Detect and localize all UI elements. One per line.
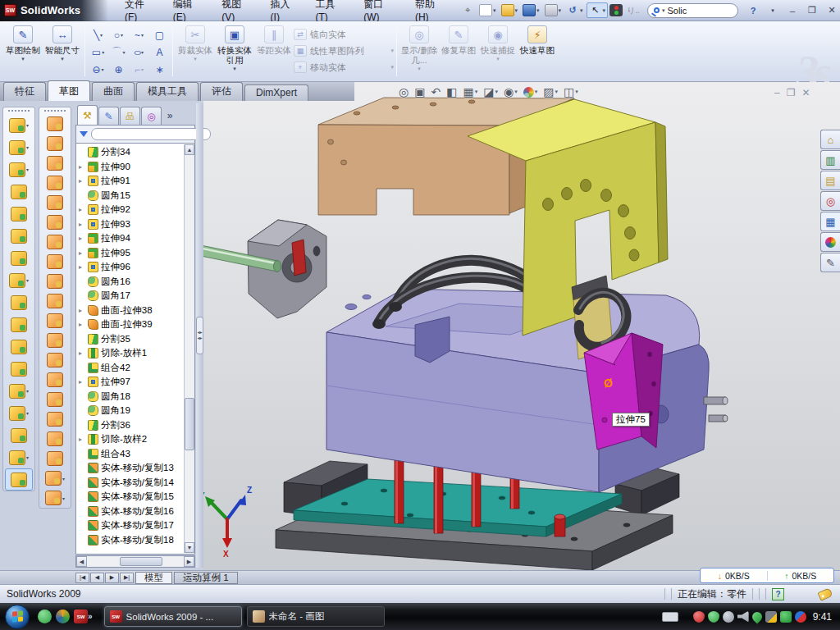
polygon-icon[interactable]: ⊕ ▾ — [108, 61, 129, 78]
dropdown-arrow-icon[interactable]: ▾ — [390, 48, 394, 54]
planar-surface-icon[interactable]: ▾ — [39, 232, 71, 252]
tree-filter-input[interactable] — [91, 128, 211, 140]
dropdown-arrow-icon[interactable]: ▾ — [141, 66, 144, 72]
tab-surfaces[interactable]: 曲面 — [92, 82, 135, 101]
feature-tree-item[interactable]: ▸ 拉伸95 — [76, 246, 194, 261]
toolbar-overflow-text[interactable]: り.. — [624, 5, 642, 16]
feature-tree-item[interactable]: ▸ 拉伸90 — [76, 160, 194, 175]
app-icon[interactable] — [56, 609, 70, 623]
feature-tree-item[interactable]: ▸ 圆角18 — [76, 390, 194, 404]
feature-tree-item[interactable]: ▸ 切除-放样1 — [76, 346, 194, 361]
help-button[interactable]: ? — [745, 3, 761, 17]
search-box[interactable]: ▾ Solic — [647, 3, 738, 18]
move-entities-button[interactable]: + 移动实体 ▾ — [294, 60, 394, 75]
design-library-icon[interactable]: ▥ — [820, 150, 840, 170]
reference-geometry-icon[interactable]: ▾ — [39, 468, 71, 488]
section-view-icon[interactable]: ◧ ▾ — [446, 85, 457, 98]
feature-tree-item[interactable]: ▸ 圆角16 — [76, 275, 194, 290]
dropdown-arrow-icon[interactable]: ▾ — [26, 122, 29, 128]
trim-entities-button[interactable]: ✂ 剪裁实体 ▾ — [176, 24, 215, 72]
untrim-surface-icon[interactable]: ▾ — [39, 331, 71, 350]
close-button[interactable]: ✕ — [824, 3, 840, 17]
dropdown-arrow-icon[interactable]: ▾ — [495, 89, 498, 95]
prev-tab-button[interactable]: ◀ — [90, 573, 104, 583]
thicken-icon[interactable]: ▾ — [39, 350, 71, 370]
next-tab-button[interactable]: ▶ — [105, 573, 119, 583]
dropdown-arrow-icon[interactable]: ▾ — [580, 7, 583, 14]
expand-arrow-icon[interactable]: ▸ — [79, 206, 85, 213]
radiate-surface-icon[interactable]: ▾ — [39, 272, 71, 291]
part-small-red-cylinder[interactable] — [555, 514, 565, 536]
antivirus-shield-icon[interactable] — [693, 611, 705, 623]
swept-boss-icon[interactable]: ▾ — [3, 180, 34, 203]
open-icon[interactable]: ▾ — [500, 3, 520, 17]
featuremanager-tab[interactable]: ⚒ — [77, 105, 98, 125]
feature-tree-item[interactable]: ▸ 组合43 — [76, 447, 194, 462]
splitter-handle[interactable]: ◂▸◂▸ — [196, 317, 203, 354]
scroll-down-icon[interactable]: ▼ — [185, 542, 194, 553]
combine-icon[interactable]: ▾ — [3, 336, 34, 358]
rectangle-icon[interactable]: ▭ ▾ — [88, 43, 108, 61]
dropdown-arrow-icon[interactable]: ▾ — [121, 32, 123, 38]
feature-tree-item[interactable]: ▸ 拉伸91 — [76, 174, 194, 189]
scrollbar-thumb[interactable] — [120, 557, 162, 566]
edit-appearance-icon[interactable]: ● ▾ — [523, 87, 538, 98]
zoom-area-icon[interactable]: ▣ ▾ — [414, 85, 425, 98]
solidworks-icon[interactable]: SW — [74, 609, 88, 623]
extruded-boss-icon[interactable]: ▾ — [3, 114, 34, 136]
last-tab-button[interactable]: ▶| — [120, 573, 134, 583]
dropdown-arrow-icon[interactable]: ▾ — [26, 454, 29, 460]
appearances-icon[interactable]: ● — [820, 232, 840, 252]
file-explorer-icon[interactable]: ▤ — [820, 171, 840, 190]
apply-scene-icon[interactable]: ▨ ▾ — [543, 85, 558, 98]
move-copy-bodies-icon[interactable]: ▾ — [3, 358, 34, 380]
view-orientation-icon[interactable]: ▦ ▾ — [463, 85, 477, 98]
sketch-fillet-icon[interactable]: ⌐ ▾ — [129, 61, 149, 78]
text-icon[interactable]: A ▾ — [149, 43, 170, 61]
dropdown-arrow-icon[interactable]: ▾ — [26, 277, 29, 283]
feature-tree-item[interactable]: ▸ 实体-移动/复制15 — [76, 490, 194, 504]
smart-dimension-button[interactable]: ↔ 智能尺寸 ▾ — [43, 24, 82, 62]
swept-surface-icon[interactable]: ▾ — [39, 114, 71, 134]
quick-tips-button[interactable]: ? — [772, 588, 784, 600]
search-dropdown-icon[interactable]: ▾ — [662, 7, 665, 14]
undo-icon[interactable]: ↺ ▾ — [564, 3, 585, 17]
pin-icon[interactable]: ⌖ ▾ — [459, 3, 476, 17]
tab-sketch[interactable]: 草图 — [48, 80, 90, 101]
dome-icon[interactable]: ▾ — [39, 449, 71, 468]
feature-tree-item[interactable]: ▸ 实体-移动/复制14 — [76, 476, 194, 491]
lofted-surface-icon[interactable]: ▾ — [39, 173, 71, 193]
dropdown-arrow-icon[interactable]: ▾ — [26, 167, 29, 172]
doc-restore-button[interactable]: ❐ — [787, 87, 796, 98]
messenger-icon[interactable] — [38, 609, 52, 623]
rib-icon[interactable]: ▾ — [3, 291, 34, 313]
dropdown-arrow-icon[interactable]: ▾ — [603, 7, 606, 14]
dropdown-arrow-icon[interactable]: ▾ — [26, 388, 29, 394]
view-settings-icon[interactable]: ◫ ▾ — [564, 85, 578, 98]
dropdown-arrow-icon[interactable]: ▾ — [233, 66, 236, 72]
tag-icon[interactable] — [817, 587, 833, 601]
taskbar-clock[interactable]: 9:41 — [813, 611, 832, 623]
offset-surface-icon[interactable]: ▾ — [39, 252, 71, 272]
scroll-left-icon[interactable]: ◀ — [76, 556, 87, 567]
print-icon[interactable]: ▾ — [543, 3, 564, 17]
feature-tree-item[interactable]: ▸ 拉伸96 — [76, 260, 194, 275]
panel-splitter[interactable]: ◂▸◂▸ — [196, 103, 203, 568]
feature-tree-item[interactable]: ▸ 分割36 — [76, 418, 194, 433]
expand-arrow-icon[interactable]: ▸ — [79, 307, 85, 314]
tab-features[interactable]: 特征 — [3, 82, 46, 101]
trim-surface-icon[interactable]: ▾ — [39, 390, 71, 409]
task-paint[interactable]: 未命名 - 画图 — [247, 606, 385, 627]
help-dropdown-icon[interactable]: ▾ — [765, 3, 781, 17]
circle-icon[interactable]: ○ ▾ — [108, 26, 129, 43]
extruded-cut-icon[interactable]: ▾ — [3, 136, 34, 158]
sketch-button[interactable]: ✎ 草图绘制 ▾ — [3, 24, 43, 62]
expand-arrow-icon[interactable]: ▸ — [79, 163, 85, 171]
feature-tree-item[interactable]: ▸ 实体-移动/复制13 — [76, 461, 194, 476]
repair-sketch-button[interactable]: ✎ 修复草图 ▾ — [439, 24, 478, 72]
spline-tool-icon[interactable]: ▾ — [3, 446, 34, 468]
fillet-icon[interactable]: ▾ — [3, 158, 34, 180]
expand-arrow-icon[interactable]: ▸ — [79, 249, 85, 257]
part-magenta-block[interactable]: Ø — [584, 333, 663, 450]
feature-tree-item[interactable]: ▸ 组合42 — [76, 361, 194, 376]
